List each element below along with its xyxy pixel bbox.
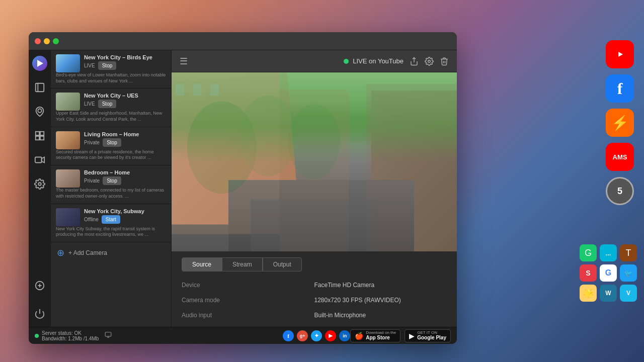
audio-input-value: Built-in Microphone	[314, 310, 447, 321]
status-left: Server status: OK Bandwidth: 1.2Mb /1.4M…	[35, 330, 283, 341]
sidebar-icon-plus[interactable]	[32, 278, 48, 294]
camera-mode-value: 644x362 30 FPS (RAWVIDEO)	[314, 295, 447, 306]
svg-rect-5	[36, 132, 39, 135]
start-button-subway[interactable]: Start	[102, 215, 120, 224]
camera-item-bedroom[interactable]: Bedroom – Home Private Stop The master b…	[51, 165, 171, 204]
camera-status-nyc-ues: LIVE	[84, 101, 95, 107]
desktop-mini-icons: G ... T S G 🐦 🌟 W V	[580, 244, 637, 302]
camera-title-subway: New York City, Subway	[84, 208, 166, 214]
camera-item-subway[interactable]: New York City, Subway Offline Start New …	[51, 204, 171, 242]
camera-title-living-room: Living Room – Home	[84, 131, 166, 137]
mini-icon-5[interactable]: G	[600, 264, 617, 282]
camera-thumb-subway	[56, 208, 80, 226]
camera-item-nyc-birds[interactable]: New York City – Birds Eye LIVE Stop Bird…	[51, 50, 171, 88]
mini-icon-2[interactable]: ...	[600, 244, 617, 261]
titlebar	[29, 32, 457, 50]
mini-icon-7[interactable]: 🌟	[580, 285, 597, 302]
trash-icon[interactable]	[440, 57, 449, 66]
toolbar: ☰ LIVE on YouTube	[172, 50, 457, 72]
camera-desc-bedroom: The master bedroom, connected to my list…	[56, 188, 166, 199]
youtube-social-button[interactable]: ▶	[325, 330, 336, 341]
svg-point-11	[38, 183, 41, 186]
bandwidth-text: Bandwidth: 1.2Mb /1.4Mb	[42, 336, 99, 341]
camera-status-nyc-birds: LIVE	[84, 63, 95, 68]
google-play-badge[interactable]: ▶ GET IT ON Google Play	[405, 329, 451, 342]
svg-rect-23	[210, 84, 219, 96]
video-preview	[172, 72, 457, 251]
mini-icon-4[interactable]: S	[580, 264, 597, 282]
mini-icon-8[interactable]: W	[600, 285, 617, 302]
tab-stream[interactable]: Stream	[222, 257, 263, 272]
maximize-button[interactable]	[53, 38, 59, 44]
svg-point-4	[38, 109, 41, 113]
stop-button-nyc-birds[interactable]: Stop	[98, 61, 117, 70]
stop-button-nyc-ues[interactable]: Stop	[98, 100, 117, 108]
camera-desc-nyc-birds: Bird's-eye view of Lower Manhattan, zoom…	[56, 72, 166, 84]
app-store-badge[interactable]: 🍎 Download on the App Store	[350, 329, 400, 342]
mini-icon-9[interactable]: V	[620, 285, 637, 302]
camera-status-subway: Offline	[84, 217, 99, 222]
mini-icon-1[interactable]: G	[580, 244, 597, 261]
share-icon[interactable]	[410, 57, 419, 66]
sidebar-logo[interactable]	[32, 55, 48, 71]
sidebar	[29, 50, 51, 327]
sidebar-icon-settings[interactable]	[32, 176, 48, 192]
close-button[interactable]	[35, 38, 41, 44]
svg-rect-2	[36, 83, 44, 92]
google-play-icon: ▶	[409, 332, 415, 340]
camera-title-nyc-ues: New York City – UES	[84, 93, 166, 99]
camera-item-living-room[interactable]: Living Room – Home Private Stop Secured …	[51, 127, 171, 165]
svg-marker-10	[42, 157, 45, 163]
camera-list: New York City – Birds Eye LIVE Stop Bird…	[51, 50, 172, 327]
sidebar-icon-location[interactable]	[32, 104, 48, 120]
facebook-desktop-icon[interactable]: f	[606, 74, 634, 103]
app-store-badge-text: Download on the App Store	[366, 330, 396, 341]
bandwidth-info-icon[interactable]	[105, 331, 112, 340]
sidebar-icon-video[interactable]	[32, 152, 48, 168]
settings-icon[interactable]	[425, 57, 434, 66]
sidebar-icon-power[interactable]	[32, 306, 48, 322]
add-camera-button[interactable]: ⊕ + Add Camera	[51, 242, 171, 263]
camera-thumb-living-room	[56, 131, 80, 149]
sidebar-icon-book[interactable]	[32, 79, 48, 96]
camera-title-bedroom: Bedroom – Home	[84, 169, 166, 175]
svg-rect-24	[251, 200, 378, 251]
apple-icon: 🍎	[355, 332, 363, 340]
mini-icon-6[interactable]: 🐦	[620, 264, 637, 282]
lightning-desktop-icon[interactable]: ⚡	[606, 109, 634, 137]
tab-source[interactable]: Source	[182, 257, 222, 272]
camera-status-bedroom: Private	[84, 178, 100, 184]
add-camera-label: + Add Camera	[68, 249, 107, 256]
camera-title-nyc-birds: New York City – Birds Eye	[84, 54, 166, 60]
minimize-button[interactable]	[44, 38, 50, 44]
camera-thumb-nyc-ues	[56, 93, 80, 111]
svg-rect-6	[40, 132, 44, 135]
live-status-text: LIVE on YouTube	[353, 57, 404, 65]
camera-thumb-bedroom	[56, 169, 80, 188]
svg-point-27	[288, 104, 340, 179]
svg-rect-20	[366, 84, 457, 251]
stop-button-living-room[interactable]: Stop	[103, 138, 121, 147]
menu-icon[interactable]: ☰	[180, 56, 338, 67]
content-area: New York City – Birds Eye LIVE Stop Bird…	[29, 50, 457, 327]
youtube-desktop-icon[interactable]	[606, 40, 634, 68]
device-info-grid: Device FaceTime HD Camera Camera mode 12…	[182, 280, 447, 321]
facebook-social-button[interactable]: f	[283, 330, 294, 341]
statusbar: Server status: OK Bandwidth: 1.2Mb /1.4M…	[29, 327, 457, 344]
social-buttons: f g+ ✦ ▶ in	[283, 330, 350, 341]
sidebar-icon-grid[interactable]	[32, 128, 48, 144]
camera-desc-subway: New York City Subway, the rapid transit …	[56, 226, 166, 238]
tab-output[interactable]: Output	[263, 257, 302, 272]
source-tabs: Source Stream Output	[182, 257, 447, 272]
live-indicator	[344, 59, 349, 64]
twitter-social-button[interactable]: ✦	[311, 330, 322, 341]
target-desktop-icon[interactable]: 5	[606, 177, 634, 205]
stop-button-bedroom[interactable]: Stop	[103, 176, 121, 185]
svg-rect-7	[36, 136, 39, 140]
linkedin-social-button[interactable]: in	[339, 330, 350, 341]
ams-desktop-icon[interactable]: AMS	[606, 143, 634, 171]
desktop-icons: f ⚡ AMS 5	[606, 40, 634, 205]
googleplus-social-button[interactable]: g+	[297, 330, 308, 341]
camera-item-nyc-ues[interactable]: New York City – UES LIVE Stop Upper East…	[51, 88, 171, 127]
mini-icon-3[interactable]: T	[620, 244, 637, 261]
